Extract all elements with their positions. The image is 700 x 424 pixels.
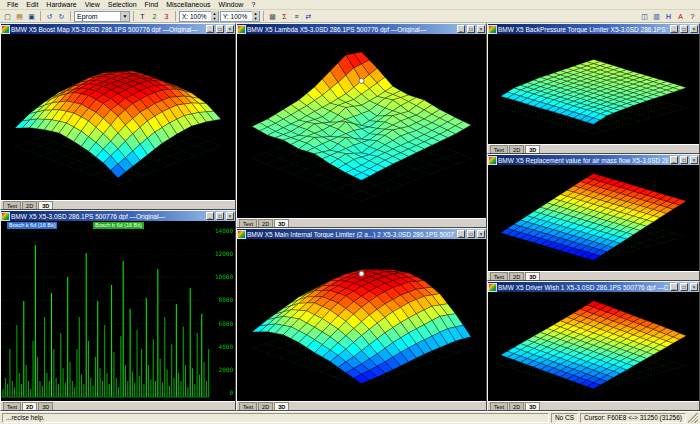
menu-miscellaneous[interactable]: Miscellaneous — [162, 1, 214, 8]
tab-3d[interactable]: 3D — [38, 201, 53, 209]
close-button[interactable]: × — [690, 156, 698, 164]
minimize-button[interactable]: _ — [670, 156, 678, 164]
surface-plot-area[interactable] — [1, 34, 235, 200]
map-marker-label[interactable]: Bosch k 6d (16 Bit) — [7, 222, 57, 229]
selection-icon[interactable]: ▩ — [267, 11, 278, 22]
eprom-selector[interactable]: Eprom ▼ — [74, 11, 130, 22]
map-search-icon[interactable]: ≡ — [291, 11, 302, 22]
compare-icon[interactable]: ⇄ — [303, 11, 314, 22]
redo-icon[interactable]: ↻ — [56, 11, 67, 22]
window-titlebar[interactable]: BMW X5 X5-3.0SD 286.1PS 500776 dpf —Orig… — [1, 211, 235, 221]
minimize-button[interactable]: _ — [457, 25, 465, 33]
tab-2d[interactable]: 2D — [258, 402, 273, 410]
minimize-button[interactable]: _ — [670, 283, 678, 291]
minimize-button[interactable]: _ — [206, 212, 214, 220]
window-titlebar[interactable]: BMW X5 Replacement value for air mass fl… — [488, 155, 699, 165]
surface-plot-area[interactable] — [488, 34, 699, 144]
ascii-view-icon[interactable]: A — [675, 11, 686, 22]
help-icon[interactable]: ? — [687, 11, 698, 22]
surface-plot-canvas[interactable] — [488, 292, 699, 401]
tab-2d[interactable]: 2D — [22, 402, 37, 410]
menu-window[interactable]: Window — [215, 1, 248, 8]
restore-button[interactable]: □ — [216, 25, 224, 33]
menu-find[interactable]: Find — [141, 1, 163, 8]
window-titlebar[interactable]: BMW X5 Main Internal Torque Limiter (2 a… — [237, 229, 486, 239]
surface-plot-area[interactable] — [488, 292, 699, 401]
menu-file[interactable]: File — [3, 1, 22, 8]
open-folder-icon[interactable]: ▤ — [14, 11, 25, 22]
zoom-x-spinner[interactable]: ▲▼ — [211, 11, 218, 21]
close-button[interactable]: × — [690, 25, 698, 33]
restore-button[interactable]: □ — [467, 230, 475, 238]
tab-2d[interactable]: 2D — [258, 219, 273, 227]
tab-text[interactable]: Text — [3, 201, 21, 209]
window-titlebar[interactable]: BMW X5 Boost Map X5-3.0SD 286.1PS 500776… — [1, 24, 235, 34]
restore-button[interactable]: □ — [216, 212, 224, 220]
window-title: BMW X5 Main Internal Torque Limiter (2 a… — [247, 231, 455, 238]
map-marker-label[interactable]: Bosch b 6d (16 Bit) — [93, 222, 144, 229]
surface-plot-canvas[interactable] — [1, 34, 235, 200]
close-button[interactable]: × — [477, 25, 485, 33]
tab-2d[interactable]: 2D — [509, 145, 524, 153]
view-3d-icon[interactable]: 3 — [161, 11, 172, 22]
chevron-down-icon[interactable]: ▼ — [120, 12, 129, 21]
minimize-button[interactable]: _ — [206, 25, 214, 33]
view-text-icon[interactable]: T — [137, 11, 148, 22]
view-2d-icon[interactable]: 2 — [149, 11, 160, 22]
window-titlebar[interactable]: BMW X5 Lambda X5-3.0SD 286.1PS 500776 dp… — [237, 24, 486, 34]
restore-button[interactable]: □ — [680, 156, 688, 164]
checksum-icon[interactable]: Σ — [279, 11, 290, 22]
signal-plot-canvas[interactable] — [1, 221, 235, 401]
restore-button[interactable]: □ — [680, 283, 688, 291]
save-icon[interactable]: ▣ — [26, 11, 37, 22]
menu-view[interactable]: View — [81, 1, 104, 8]
menu-selection[interactable]: Selection — [104, 1, 141, 8]
tab-3d[interactable]: 3D — [38, 402, 53, 410]
surface-plot-area[interactable] — [237, 239, 486, 401]
tab-3d[interactable]: 3D — [525, 272, 540, 280]
restore-button[interactable]: □ — [680, 25, 688, 33]
undo-icon[interactable]: ↺ — [44, 11, 55, 22]
tab-text[interactable]: Text — [3, 402, 21, 410]
view-tabs: Text 2D 3D — [488, 144, 699, 153]
new-file-icon[interactable]: ▢ — [2, 11, 13, 22]
menu-hardware[interactable]: Hardware — [42, 1, 80, 8]
surface-plot-area[interactable] — [488, 165, 699, 271]
window-cascade-icon[interactable]: ◫ — [639, 11, 650, 22]
minimize-button[interactable]: _ — [670, 25, 678, 33]
close-button[interactable]: × — [226, 212, 234, 220]
minimize-button[interactable]: _ — [457, 230, 465, 238]
surface-plot-area[interactable] — [237, 34, 486, 218]
tab-text[interactable]: Text — [239, 219, 257, 227]
tab-text[interactable]: Text — [490, 145, 508, 153]
surface-plot-canvas[interactable] — [488, 34, 699, 144]
tab-3d[interactable]: 3D — [274, 219, 289, 227]
tab-2d[interactable]: 2D — [509, 402, 524, 410]
surface-plot-canvas[interactable] — [237, 239, 486, 401]
tab-text[interactable]: Text — [490, 402, 508, 410]
window-titlebar[interactable]: BMW X5 Driver Wish 1 X5-3.0SD 286.1PS 50… — [488, 282, 699, 292]
zoom-y-field[interactable]: Y: 100% ▲▼ — [220, 11, 260, 22]
close-button[interactable]: × — [477, 230, 485, 238]
surface-plot-canvas[interactable] — [488, 165, 699, 271]
hex-view-icon[interactable]: H — [663, 11, 674, 22]
menu-help[interactable]: ? — [247, 1, 259, 8]
zoom-y-spinner[interactable]: ▲▼ — [252, 11, 259, 21]
window-titlebar[interactable]: BMW X5 BackPressure Torque Limiter X5-3.… — [488, 24, 699, 34]
resize-grip[interactable] — [688, 413, 698, 423]
tab-3d[interactable]: 3D — [274, 402, 289, 410]
menu-edit[interactable]: Edit — [22, 1, 42, 8]
close-button[interactable]: × — [690, 283, 698, 291]
restore-button[interactable]: □ — [467, 25, 475, 33]
tab-2d[interactable]: 2D — [22, 201, 37, 209]
tab-text[interactable]: Text — [239, 402, 257, 410]
tab-3d[interactable]: 3D — [525, 402, 540, 410]
close-button[interactable]: × — [226, 25, 234, 33]
surface-plot-canvas[interactable] — [237, 34, 486, 218]
zoom-x-field[interactable]: X: 100% ▲▼ — [179, 11, 219, 22]
signal-plot-area[interactable]: Bosch k 6d (16 Bit) Bosch b 6d (16 Bit) — [1, 221, 235, 401]
tab-3d[interactable]: 3D — [525, 145, 540, 153]
tab-text[interactable]: Text — [490, 272, 508, 280]
tab-2d[interactable]: 2D — [509, 272, 524, 280]
window-tile-icon[interactable]: ▥ — [651, 11, 662, 22]
